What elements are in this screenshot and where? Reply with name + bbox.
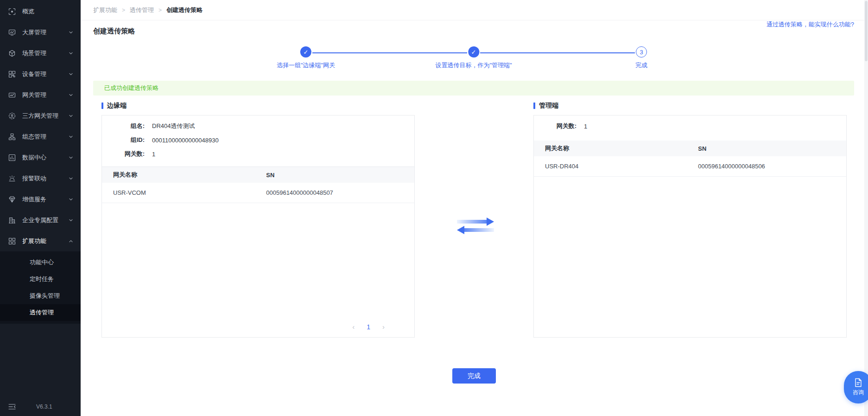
sidebar-item-screen[interactable]: 大屏管理 bbox=[0, 22, 81, 43]
sidebar-subitem[interactable]: 功能中心 bbox=[0, 254, 81, 271]
sidebar-item-label: 场景管理 bbox=[22, 49, 69, 58]
scrollbar-thumb[interactable] bbox=[865, 1, 868, 61]
overview-icon bbox=[8, 8, 16, 15]
page-number[interactable]: 1 bbox=[367, 323, 370, 331]
sidebar-subitem[interactable]: 定时任务 bbox=[0, 271, 81, 288]
document-icon bbox=[854, 378, 862, 387]
manage-gateway-table: 网关名称SNUSR-DR40400059614000000048506 bbox=[534, 141, 846, 177]
steps-indicator: ✓选择一组"边缘端"网关✓设置透传目标，作为"管理端"3完成 bbox=[81, 45, 868, 73]
table-cell: 00059614000000048506 bbox=[687, 163, 846, 170]
column-header: 网关名称 bbox=[102, 171, 255, 179]
edge-gateway-table: 网关名称SNUSR-VCOM00059614000000048507 bbox=[102, 166, 414, 203]
column-header: 网关名称 bbox=[534, 144, 687, 153]
sidebar-submenu: 功能中心定时任务摄像头管理透传管理 bbox=[0, 251, 81, 324]
manage-fields: 网关数:1 bbox=[534, 115, 846, 133]
field-label: 组ID: bbox=[102, 136, 145, 144]
field-label: 网关数: bbox=[534, 122, 577, 130]
scrollbar-track[interactable] bbox=[864, 0, 868, 416]
column-header: SN bbox=[255, 172, 414, 179]
breadcrumb-item[interactable]: 透传管理 bbox=[130, 6, 154, 14]
sidebar-subitem[interactable]: 摄像头管理 bbox=[0, 288, 81, 304]
page-next-button[interactable]: › bbox=[382, 323, 385, 331]
chevron-down-icon bbox=[69, 30, 73, 35]
sidebar-item-device[interactable]: 设备管理 bbox=[0, 64, 81, 84]
sidebar-item-third-party[interactable]: 三方网关管理 bbox=[0, 105, 81, 126]
sidebar-item-overview[interactable]: 概览 bbox=[0, 1, 81, 22]
sidebar-item-label: 报警联动 bbox=[22, 174, 69, 183]
field-row: 组名:DR404透传测试 bbox=[102, 119, 414, 133]
sidebar-footer: V6.3.1 bbox=[0, 397, 81, 416]
value-added-service-icon bbox=[8, 196, 16, 203]
pagination: ‹ 1 › bbox=[352, 323, 385, 331]
version-label: V6.3.1 bbox=[36, 403, 52, 410]
chevron-down-icon bbox=[69, 155, 73, 160]
table-cell: 00059614000000048507 bbox=[255, 189, 414, 196]
sidebar-nav: 概览大屏管理场景管理设备管理网关管理三方网关管理组态管理数据中心报警联动增值服务… bbox=[0, 0, 81, 251]
field-value: 1 bbox=[152, 151, 155, 158]
field-label: 组名: bbox=[102, 122, 145, 130]
finish-button[interactable]: 完成 bbox=[452, 368, 496, 384]
table-row: USR-VCOM00059614000000048507 bbox=[102, 183, 414, 203]
step-1: ✓选择一组"边缘端"网关 bbox=[277, 46, 335, 70]
step-number: 3 bbox=[636, 46, 647, 58]
field-value: 1 bbox=[584, 123, 587, 130]
sidebar-item-label: 企业专属配置 bbox=[22, 216, 69, 224]
sidebar-item-enterprise[interactable]: 企业专属配置 bbox=[0, 210, 81, 230]
sidebar-item-label: 大屏管理 bbox=[22, 28, 69, 37]
field-value: DR404透传测试 bbox=[152, 122, 195, 130]
field-label: 网关数: bbox=[102, 150, 145, 158]
step-2: ✓设置透传目标，作为"管理端" bbox=[435, 46, 512, 70]
chevron-down-icon bbox=[69, 134, 73, 139]
scada-icon bbox=[8, 133, 16, 141]
sidebar-item-label: 组态管理 bbox=[22, 133, 69, 141]
table-header-row: 网关名称SN bbox=[534, 141, 846, 156]
gateway-icon bbox=[8, 91, 16, 99]
sidebar-item-extend[interactable]: 扩展功能 bbox=[0, 230, 81, 251]
step-check-icon: ✓ bbox=[300, 46, 311, 58]
breadcrumb-item: 创建透传策略 bbox=[166, 6, 203, 14]
sidebar-subitem[interactable]: 透传管理 bbox=[0, 304, 81, 321]
sidebar-item-gateway[interactable]: 网关管理 bbox=[0, 84, 81, 105]
transfer-arrows-icon bbox=[454, 215, 497, 237]
page-title: 创建透传策略 bbox=[93, 27, 135, 36]
collapse-sidebar-icon[interactable] bbox=[8, 403, 16, 410]
chevron-down-icon bbox=[69, 93, 73, 97]
consult-floating-button[interactable]: 咨询 bbox=[844, 371, 868, 403]
table-header-row: 网关名称SN bbox=[102, 167, 414, 183]
sidebar-item-label: 增值服务 bbox=[22, 195, 69, 204]
alarm-icon bbox=[8, 175, 16, 182]
manage-panel-title: 管理端 bbox=[533, 101, 847, 110]
data-center-icon bbox=[8, 154, 16, 161]
sidebar-item-vas[interactable]: 增值服务 bbox=[0, 189, 81, 210]
breadcrumb-item[interactable]: 扩展功能 bbox=[93, 6, 117, 14]
field-row: 组ID:00011000000000048930 bbox=[102, 133, 414, 147]
sidebar-item-alarm[interactable]: 报警联动 bbox=[0, 168, 81, 189]
sidebar-item-scene[interactable]: 场景管理 bbox=[0, 43, 81, 64]
extend-functions-icon bbox=[8, 237, 16, 245]
page-prev-button[interactable]: ‹ bbox=[352, 323, 355, 331]
breadcrumb: 扩展功能>透传管理>创建透传策略 bbox=[81, 0, 868, 20]
title-bar-accent bbox=[533, 102, 535, 109]
enterprise-config-icon bbox=[8, 217, 16, 224]
edge-panel: 边缘端 组名:DR404透传测试组ID:00011000000000048930… bbox=[101, 101, 415, 338]
consult-label: 咨询 bbox=[853, 389, 864, 397]
title-row: 创建透传策略 bbox=[81, 20, 868, 42]
field-row: 网关数:1 bbox=[534, 119, 846, 133]
step-3: 3完成 bbox=[635, 46, 647, 70]
chevron-down-icon bbox=[69, 114, 73, 118]
sidebar-item-data[interactable]: 数据中心 bbox=[0, 147, 81, 168]
sidebar-item-scada[interactable]: 组态管理 bbox=[0, 126, 81, 147]
chevron-up-icon bbox=[69, 239, 73, 243]
chevron-down-icon bbox=[69, 72, 73, 77]
field-value: 00011000000000048930 bbox=[152, 137, 219, 144]
success-banner: 已成功创建透传策略 bbox=[93, 81, 854, 96]
chevron-down-icon bbox=[69, 218, 73, 223]
table-cell: USR-VCOM bbox=[102, 189, 255, 196]
scene-icon bbox=[8, 50, 16, 57]
chevron-down-icon bbox=[69, 51, 73, 56]
step-label: 选择一组"边缘端"网关 bbox=[277, 61, 335, 70]
device-icon bbox=[8, 70, 16, 78]
manage-panel-box: 网关数:1 网关名称SNUSR-DR4040005961400000004850… bbox=[533, 115, 847, 338]
help-link[interactable]: 通过透传策略，能实现什么功能? bbox=[767, 20, 854, 29]
big-screen-icon bbox=[8, 29, 16, 36]
